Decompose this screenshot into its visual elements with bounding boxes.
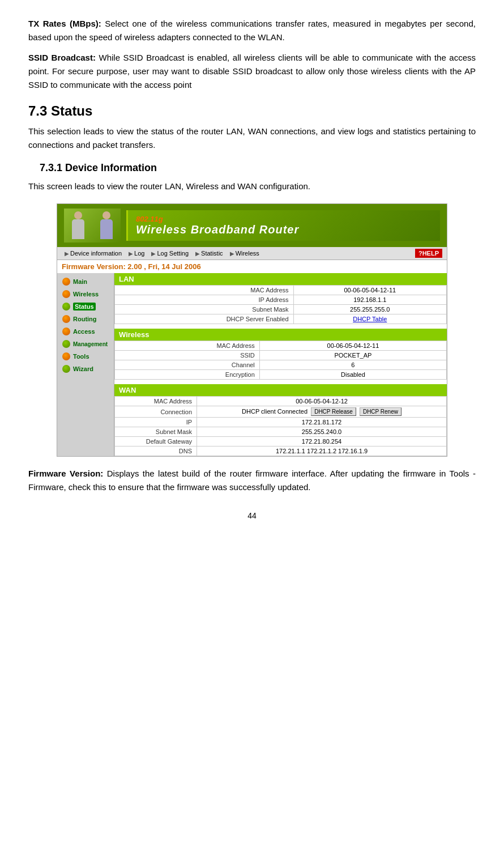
nav-label-log: Log — [134, 250, 144, 257]
nav-arrow-statistic: ▶ — [195, 250, 200, 257]
sidebar-label-wizard: Wizard — [73, 365, 93, 372]
wan-mac-label: MAC Address — [115, 397, 197, 406]
table-row: Subnet Mask 255.255.255.0 — [115, 305, 447, 314]
nav-item-logsetting[interactable]: ▶ Log Setting — [148, 249, 191, 258]
sidebar-bullet-routing — [62, 315, 70, 323]
lan-section-header: LAN — [114, 273, 447, 285]
sidebar-item-main[interactable]: Main — [60, 276, 111, 287]
spacer — [114, 324, 447, 329]
wireless-mac-value: 00-06-05-04-12-11 — [259, 341, 446, 351]
router-header-right: 802.11g Wireless Broadband Router — [126, 210, 440, 241]
wireless-ssid-value: POCKET_AP — [259, 351, 446, 360]
sidebar-bullet-tools — [62, 352, 70, 360]
sidebar-bullet-wireless — [62, 290, 70, 298]
page-number: 44 — [247, 511, 257, 520]
nav-item-wireless[interactable]: ▶ Wireless — [227, 249, 262, 258]
nav-label-statistic: Statistic — [201, 250, 223, 257]
lan-ip-label: IP Address — [115, 295, 294, 305]
sidebar-label-management: Management — [73, 341, 108, 347]
sidebar-bullet-management — [62, 340, 70, 348]
wan-ip-value: 172.21.81.172 — [197, 418, 447, 427]
lan-mac-label: MAC Address — [115, 286, 294, 295]
sidebar-item-tools[interactable]: Tools — [60, 351, 111, 362]
sidebar-item-routing[interactable]: Routing — [60, 313, 111, 325]
table-row: MAC Address 00-06-05-04-12-11 — [115, 286, 447, 295]
router-screenshot: 802.11g Wireless Broadband Router ▶ Devi… — [57, 203, 447, 457]
spacer2 — [114, 380, 447, 384]
sidebar-bullet-status — [62, 303, 70, 311]
table-row: MAC Address 00-06-05-04-12-11 — [115, 341, 447, 351]
nav-arrow-wireless: ▶ — [230, 250, 234, 257]
wan-table: MAC Address 00-06-05-04-12-12 Connection… — [114, 396, 447, 456]
nav-label-logsetting: Log Setting — [157, 250, 189, 257]
wan-section-header: WAN — [114, 384, 447, 396]
section-73-text: This selection leads to view the status … — [28, 125, 476, 152]
table-row: IP Address 192.168.1.1 — [115, 295, 447, 305]
table-row: Channel 6 — [115, 360, 447, 370]
sidebar-item-status[interactable]: Status — [60, 301, 111, 312]
sidebar-bullet-access — [62, 328, 70, 335]
sidebar-bullet-wizard — [62, 365, 70, 373]
wireless-table: MAC Address 00-06-05-04-12-11 SSID POCKE… — [114, 341, 447, 380]
wireless-encryption-value: Disabled — [259, 370, 446, 380]
dhcp-table-link[interactable]: DHCP Table — [353, 316, 387, 322]
ssid-broadcast-text: While SSID Broadcast is enabled, all wir… — [28, 53, 476, 90]
wireless-mac-label: MAC Address — [115, 341, 260, 351]
lan-table: MAC Address 00-06-05-04-12-11 IP Address… — [114, 285, 447, 324]
wireless-ssid-label: SSID — [115, 351, 260, 360]
sidebar-label-access: Access — [73, 328, 95, 335]
wireless-section-header: Wireless — [114, 329, 447, 341]
wan-gateway-label: Default Gateway — [115, 437, 197, 446]
wan-connection-label: Connection — [115, 406, 197, 418]
table-row: DNS 172.21.1.1 172.21.1.2 172.16.1.9 — [115, 446, 447, 456]
nav-arrow-logsetting: ▶ — [151, 250, 156, 257]
table-row: SSID POCKET_AP — [115, 351, 447, 360]
wan-subnet-label: Subnet Mask — [115, 427, 197, 437]
sidebar-bullet-main — [62, 278, 70, 286]
dhcp-release-button[interactable]: DHCP Release — [311, 407, 356, 416]
router-body: Main Wireless Status Routing Access — [57, 273, 447, 456]
wireless-encryption-label: Encryption — [115, 370, 260, 380]
section-731-heading: 7.3.1 Device Information — [40, 162, 476, 174]
firmware-version-bar: Firmware Version: 2.00 , Fri, 14 Jul 200… — [57, 260, 447, 273]
ssid-broadcast-label: SSID Broadcast: — [28, 53, 96, 62]
router-nav: ▶ Device information ▶ Log ▶ Log Setting… — [57, 247, 447, 260]
sidebar-item-access[interactable]: Access — [60, 326, 111, 337]
nav-item-statistic[interactable]: ▶ Statistic — [193, 249, 226, 258]
sidebar-item-wizard[interactable]: Wizard — [60, 363, 111, 375]
nav-help-button[interactable]: ?HELP — [415, 249, 442, 258]
nav-arrow-device: ▶ — [65, 250, 69, 257]
wan-mac-value: 00-06-05-04-12-12 — [197, 397, 447, 406]
sidebar-label-main: Main — [73, 278, 87, 285]
sidebar-label-routing: Routing — [73, 316, 97, 322]
ssid-broadcast-paragraph: SSID Broadcast: While SSID Broadcast is … — [28, 51, 476, 92]
wan-ip-label: IP — [115, 418, 197, 427]
sidebar-item-management[interactable]: Management — [60, 338, 111, 350]
lan-subnet-label: Subnet Mask — [115, 305, 294, 314]
wan-dns-value: 172.21.1.1 172.21.1.2 172.16.1.9 — [197, 446, 447, 456]
nav-arrow-log: ▶ — [129, 250, 133, 257]
sidebar-label-status: Status — [73, 303, 96, 311]
sidebar-item-wireless[interactable]: Wireless — [60, 288, 111, 300]
lan-dhcp-label: DHCP Server Enabled — [115, 314, 294, 324]
router-brand-top: 802.11g — [136, 215, 432, 223]
sidebar-label-wireless: Wireless — [73, 291, 99, 297]
firmware-version-paragraph: Firmware Version: Displays the latest bu… — [28, 467, 476, 494]
firmware-version-label: Firmware Version: — [28, 469, 103, 478]
lan-dhcp-value: DHCP Table — [293, 314, 446, 324]
router-header: 802.11g Wireless Broadband Router — [57, 204, 447, 247]
tx-rates-paragraph: TX Rates (MBps): Select one of the wirel… — [28, 17, 476, 44]
router-header-left — [64, 209, 121, 243]
section-731-text: This screen leads to view the router LAN… — [28, 180, 476, 193]
section-73-heading: 7.3 Status — [28, 103, 476, 119]
page-footer: 44 — [28, 511, 476, 520]
dhcp-renew-button[interactable]: DHCP Renew — [360, 407, 402, 416]
lan-subnet-value: 255.255.255.0 — [293, 305, 446, 314]
table-row: Encryption Disabled — [115, 370, 447, 380]
nav-item-device[interactable]: ▶ Device information — [62, 249, 125, 258]
lan-ip-value: 192.168.1.1 — [293, 295, 446, 305]
table-row: MAC Address 00-06-05-04-12-12 — [115, 397, 447, 406]
nav-label-device: Device information — [70, 250, 122, 257]
table-row: DHCP Server Enabled DHCP Table — [115, 314, 447, 324]
nav-item-log[interactable]: ▶ Log — [126, 249, 147, 258]
